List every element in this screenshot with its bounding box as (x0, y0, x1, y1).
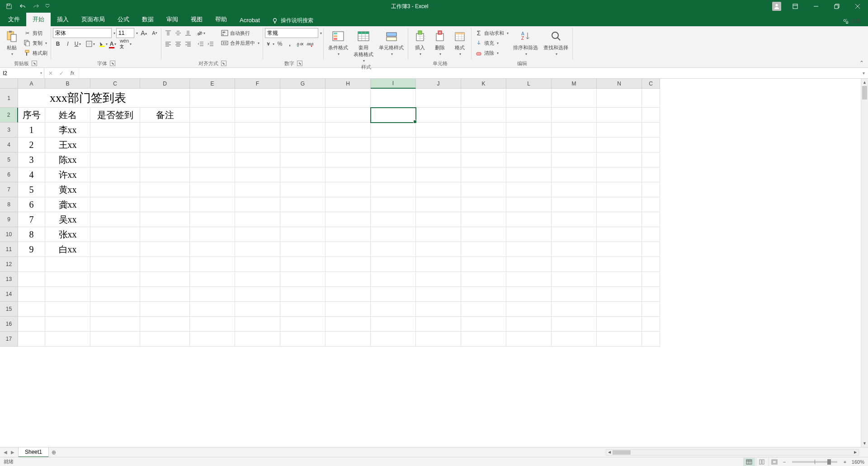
minimize-icon[interactable] (806, 0, 826, 13)
avatar-icon (772, 2, 781, 11)
cells-label: 单元格 (433, 60, 448, 67)
cell-style-icon (384, 29, 399, 43)
tell-me-label: 操作说明搜索 (281, 17, 313, 24)
expand-formula-bar-icon[interactable]: ▾ (859, 68, 868, 78)
tab-file[interactable]: 文件 (2, 13, 26, 26)
tell-me-search[interactable]: 操作说明搜索 (266, 15, 319, 26)
merge-icon (221, 39, 228, 47)
tab-layout[interactable]: 页面布局 (75, 13, 111, 26)
enter-formula-icon[interactable]: ✓ (57, 69, 66, 78)
fill-color-button[interactable]: ▾ (98, 39, 108, 49)
eraser-icon (475, 49, 482, 57)
undo-icon[interactable] (17, 1, 28, 12)
font-size-input[interactable] (116, 28, 134, 38)
decrease-indent-button[interactable] (196, 39, 206, 49)
font-launcher[interactable]: ⬊ (110, 61, 115, 66)
ribbon: 粘贴▾ ✂剪切 复制▾ 格式刷 剪贴板⬊ ▾ ▾ A▴ A▾ B I U▾ (0, 26, 868, 68)
number-format-select[interactable] (265, 28, 318, 38)
wrap-text-button[interactable]: abc自动换行 (219, 28, 261, 38)
align-bottom-button[interactable] (183, 28, 193, 38)
svg-rect-3 (835, 5, 838, 9)
bold-button[interactable]: B (53, 39, 63, 49)
percent-button[interactable]: % (275, 39, 285, 49)
svg-text:￥: ￥ (266, 41, 271, 47)
cell-styles-button[interactable]: 单元格样式▾ (376, 28, 406, 57)
svg-rect-11 (26, 42, 29, 46)
sort-filter-button[interactable]: AZ排序和筛选▾ (510, 28, 541, 57)
save-icon[interactable] (4, 1, 14, 12)
tab-data[interactable]: 数据 (136, 13, 160, 26)
table-icon (356, 29, 371, 43)
cancel-formula-icon[interactable]: ✕ (46, 69, 55, 78)
increase-indent-button[interactable] (206, 39, 216, 49)
svg-point-4 (273, 18, 276, 21)
font-color-button[interactable]: A▾ (108, 39, 118, 49)
lightbulb-icon (272, 18, 278, 24)
formula-bar: I2▾ ✕ ✓ fx ▾ (0, 68, 868, 79)
increase-font-button[interactable]: A▴ (139, 28, 149, 38)
merge-center-button[interactable]: 合并后居中▾ (219, 38, 261, 48)
redo-icon[interactable] (31, 1, 42, 12)
alignment-launcher[interactable]: ⬊ (221, 61, 226, 66)
search-icon (549, 29, 563, 43)
format-cells-button[interactable]: 格式▾ (450, 28, 470, 57)
italic-button[interactable]: I (63, 39, 73, 49)
close-icon[interactable] (847, 0, 868, 13)
clear-button[interactable]: 清除▾ (473, 48, 510, 58)
comma-button[interactable]: , (285, 39, 295, 49)
decrease-decimal-button[interactable]: .00.0 (305, 39, 315, 49)
qat-customize-icon[interactable] (44, 1, 51, 12)
sort-icon: AZ (519, 29, 533, 43)
border-button[interactable]: ▾ (85, 39, 95, 49)
insert-cells-button[interactable]: 插入▾ (410, 28, 430, 57)
cut-button[interactable]: ✂剪切 (22, 28, 49, 38)
align-right-button[interactable] (183, 39, 193, 49)
svg-rect-38 (455, 33, 464, 34)
tab-view[interactable]: 视图 (184, 13, 209, 26)
font-dropdown-icon[interactable]: ▾ (113, 31, 115, 35)
align-center-button[interactable] (173, 39, 183, 49)
accounting-format-button[interactable]: ￥▾ (265, 39, 275, 49)
format-table-button[interactable]: 套用 表格格式▾ (351, 28, 376, 64)
tab-review[interactable]: 审阅 (160, 13, 184, 26)
increase-decimal-button[interactable]: .0.00 (295, 39, 305, 49)
user-account[interactable] (769, 0, 785, 13)
underline-button[interactable]: U▾ (73, 39, 83, 49)
tab-help[interactable]: 帮助 (209, 13, 233, 26)
tab-insert[interactable]: 插入 (51, 13, 75, 26)
fx-icon[interactable]: fx (68, 69, 77, 78)
fill-button[interactable]: 填充▾ (473, 38, 510, 48)
align-middle-button[interactable] (173, 28, 183, 38)
number-format-dropdown-icon[interactable]: ▾ (320, 31, 322, 35)
font-name-input[interactable] (53, 28, 112, 38)
conditional-format-button[interactable]: 条件格式▾ (326, 28, 351, 57)
paste-button[interactable]: 粘贴▾ (2, 28, 22, 57)
align-top-button[interactable] (163, 28, 173, 38)
name-box[interactable]: I2▾ (0, 68, 44, 78)
name-box-dropdown-icon[interactable]: ▾ (40, 71, 42, 75)
collapse-ribbon-icon[interactable]: ⌃ (858, 59, 865, 67)
size-dropdown-icon[interactable]: ▾ (136, 31, 138, 35)
autosum-button[interactable]: Σ自动求和▾ (473, 28, 510, 38)
maximize-icon[interactable] (826, 0, 847, 13)
delete-cells-button[interactable]: 删除▾ (430, 28, 450, 57)
format-painter-button[interactable]: 格式刷 (22, 48, 49, 58)
tab-home[interactable]: 开始 (26, 13, 51, 26)
find-select-button[interactable]: 查找和选择▾ (541, 28, 571, 57)
align-left-button[interactable] (163, 39, 173, 49)
share-button[interactable]: 共享 (841, 16, 863, 26)
fill-icon (475, 39, 482, 47)
group-styles: 条件格式▾ 套用 表格格式▾ 单元格样式▾ 样式 (324, 26, 408, 67)
number-launcher[interactable]: ⬊ (297, 61, 302, 66)
brush-icon (24, 49, 31, 57)
clipboard-launcher[interactable]: ⬊ (32, 61, 37, 66)
orientation-button[interactable]: ab▾ (196, 28, 206, 38)
copy-button[interactable]: 复制▾ (22, 38, 49, 48)
tab-formulas[interactable]: 公式 (111, 13, 136, 26)
delete-icon (433, 29, 447, 43)
decrease-font-button[interactable]: A▾ (150, 28, 160, 38)
formula-input[interactable] (79, 68, 859, 78)
tab-acrobat[interactable]: Acrobat (233, 14, 266, 26)
ribbon-display-options-icon[interactable] (785, 0, 806, 13)
phonetic-button[interactable]: wén文▾ (121, 39, 131, 49)
